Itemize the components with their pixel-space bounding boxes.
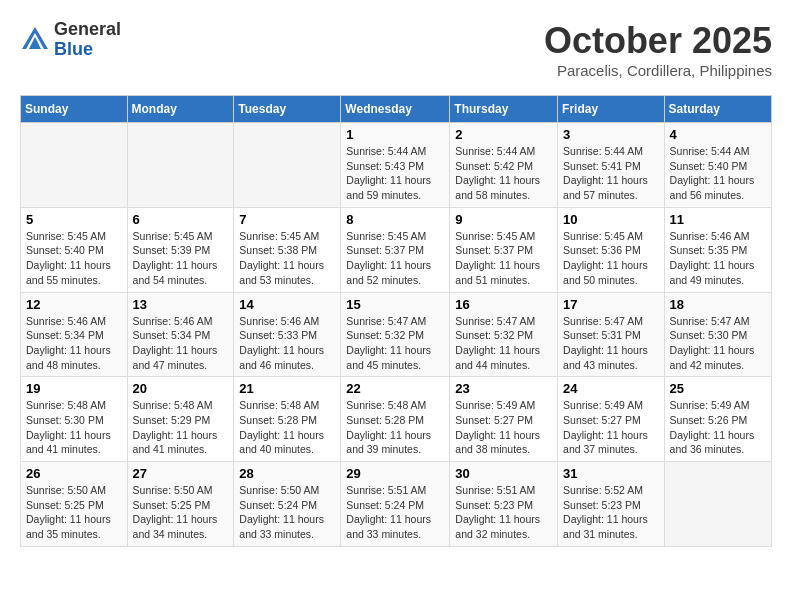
day-number: 7 [239,212,335,227]
calendar-cell: 24Sunrise: 5:49 AM Sunset: 5:27 PM Dayli… [558,377,665,462]
day-info: Sunrise: 5:46 AM Sunset: 5:34 PM Dayligh… [133,314,229,373]
day-info: Sunrise: 5:49 AM Sunset: 5:27 PM Dayligh… [563,398,659,457]
day-info: Sunrise: 5:48 AM Sunset: 5:28 PM Dayligh… [346,398,444,457]
day-number: 8 [346,212,444,227]
calendar-cell: 29Sunrise: 5:51 AM Sunset: 5:24 PM Dayli… [341,462,450,547]
week-row-0: 1Sunrise: 5:44 AM Sunset: 5:43 PM Daylig… [21,123,772,208]
day-number: 6 [133,212,229,227]
day-number: 17 [563,297,659,312]
day-info: Sunrise: 5:45 AM Sunset: 5:37 PM Dayligh… [455,229,552,288]
day-info: Sunrise: 5:50 AM Sunset: 5:24 PM Dayligh… [239,483,335,542]
day-info: Sunrise: 5:45 AM Sunset: 5:37 PM Dayligh… [346,229,444,288]
calendar-cell: 15Sunrise: 5:47 AM Sunset: 5:32 PM Dayli… [341,292,450,377]
day-number: 27 [133,466,229,481]
day-info: Sunrise: 5:45 AM Sunset: 5:36 PM Dayligh… [563,229,659,288]
day-number: 26 [26,466,122,481]
day-number: 18 [670,297,766,312]
day-info: Sunrise: 5:44 AM Sunset: 5:43 PM Dayligh… [346,144,444,203]
day-info: Sunrise: 5:46 AM Sunset: 5:34 PM Dayligh… [26,314,122,373]
day-info: Sunrise: 5:47 AM Sunset: 5:31 PM Dayligh… [563,314,659,373]
header-cell-saturday: Saturday [664,96,771,123]
day-info: Sunrise: 5:45 AM Sunset: 5:38 PM Dayligh… [239,229,335,288]
day-info: Sunrise: 5:45 AM Sunset: 5:40 PM Dayligh… [26,229,122,288]
calendar-cell: 31Sunrise: 5:52 AM Sunset: 5:23 PM Dayli… [558,462,665,547]
month-title: October 2025 [544,20,772,62]
calendar-cell: 8Sunrise: 5:45 AM Sunset: 5:37 PM Daylig… [341,207,450,292]
day-info: Sunrise: 5:46 AM Sunset: 5:35 PM Dayligh… [670,229,766,288]
calendar-cell: 17Sunrise: 5:47 AM Sunset: 5:31 PM Dayli… [558,292,665,377]
day-info: Sunrise: 5:49 AM Sunset: 5:26 PM Dayligh… [670,398,766,457]
day-info: Sunrise: 5:47 AM Sunset: 5:32 PM Dayligh… [455,314,552,373]
day-info: Sunrise: 5:50 AM Sunset: 5:25 PM Dayligh… [26,483,122,542]
day-info: Sunrise: 5:51 AM Sunset: 5:23 PM Dayligh… [455,483,552,542]
day-number: 13 [133,297,229,312]
calendar-cell: 18Sunrise: 5:47 AM Sunset: 5:30 PM Dayli… [664,292,771,377]
header-cell-thursday: Thursday [450,96,558,123]
calendar-table: SundayMondayTuesdayWednesdayThursdayFrid… [20,95,772,547]
page-header: General Blue October 2025 Paracelis, Cor… [20,20,772,79]
day-number: 3 [563,127,659,142]
week-row-2: 12Sunrise: 5:46 AM Sunset: 5:34 PM Dayli… [21,292,772,377]
day-number: 31 [563,466,659,481]
day-number: 29 [346,466,444,481]
calendar-cell: 30Sunrise: 5:51 AM Sunset: 5:23 PM Dayli… [450,462,558,547]
calendar-cell: 11Sunrise: 5:46 AM Sunset: 5:35 PM Dayli… [664,207,771,292]
calendar-cell: 4Sunrise: 5:44 AM Sunset: 5:40 PM Daylig… [664,123,771,208]
day-number: 21 [239,381,335,396]
day-number: 20 [133,381,229,396]
logo: General Blue [20,20,121,60]
calendar-cell [127,123,234,208]
calendar-cell [234,123,341,208]
calendar-cell: 12Sunrise: 5:46 AM Sunset: 5:34 PM Dayli… [21,292,128,377]
day-number: 14 [239,297,335,312]
header-cell-friday: Friday [558,96,665,123]
header-cell-sunday: Sunday [21,96,128,123]
calendar-cell: 21Sunrise: 5:48 AM Sunset: 5:28 PM Dayli… [234,377,341,462]
calendar-cell: 5Sunrise: 5:45 AM Sunset: 5:40 PM Daylig… [21,207,128,292]
header-cell-wednesday: Wednesday [341,96,450,123]
day-info: Sunrise: 5:44 AM Sunset: 5:41 PM Dayligh… [563,144,659,203]
calendar-cell: 13Sunrise: 5:46 AM Sunset: 5:34 PM Dayli… [127,292,234,377]
day-number: 9 [455,212,552,227]
header-cell-tuesday: Tuesday [234,96,341,123]
day-number: 12 [26,297,122,312]
calendar-cell: 1Sunrise: 5:44 AM Sunset: 5:43 PM Daylig… [341,123,450,208]
day-info: Sunrise: 5:48 AM Sunset: 5:28 PM Dayligh… [239,398,335,457]
logo-general-text: General [54,20,121,40]
day-number: 25 [670,381,766,396]
day-number: 28 [239,466,335,481]
calendar-cell: 6Sunrise: 5:45 AM Sunset: 5:39 PM Daylig… [127,207,234,292]
day-number: 22 [346,381,444,396]
day-info: Sunrise: 5:49 AM Sunset: 5:27 PM Dayligh… [455,398,552,457]
header-cell-monday: Monday [127,96,234,123]
day-info: Sunrise: 5:44 AM Sunset: 5:40 PM Dayligh… [670,144,766,203]
calendar-cell [21,123,128,208]
title-section: October 2025 Paracelis, Cordillera, Phil… [544,20,772,79]
calendar-cell: 3Sunrise: 5:44 AM Sunset: 5:41 PM Daylig… [558,123,665,208]
day-info: Sunrise: 5:51 AM Sunset: 5:24 PM Dayligh… [346,483,444,542]
calendar-cell: 14Sunrise: 5:46 AM Sunset: 5:33 PM Dayli… [234,292,341,377]
week-row-4: 26Sunrise: 5:50 AM Sunset: 5:25 PM Dayli… [21,462,772,547]
day-number: 5 [26,212,122,227]
day-info: Sunrise: 5:50 AM Sunset: 5:25 PM Dayligh… [133,483,229,542]
day-number: 2 [455,127,552,142]
day-info: Sunrise: 5:48 AM Sunset: 5:30 PM Dayligh… [26,398,122,457]
calendar-cell [664,462,771,547]
day-number: 19 [26,381,122,396]
calendar-cell: 2Sunrise: 5:44 AM Sunset: 5:42 PM Daylig… [450,123,558,208]
calendar-cell: 19Sunrise: 5:48 AM Sunset: 5:30 PM Dayli… [21,377,128,462]
calendar-cell: 22Sunrise: 5:48 AM Sunset: 5:28 PM Dayli… [341,377,450,462]
day-info: Sunrise: 5:52 AM Sunset: 5:23 PM Dayligh… [563,483,659,542]
week-row-1: 5Sunrise: 5:45 AM Sunset: 5:40 PM Daylig… [21,207,772,292]
week-row-3: 19Sunrise: 5:48 AM Sunset: 5:30 PM Dayli… [21,377,772,462]
calendar-cell: 25Sunrise: 5:49 AM Sunset: 5:26 PM Dayli… [664,377,771,462]
header-row: SundayMondayTuesdayWednesdayThursdayFrid… [21,96,772,123]
calendar-cell: 20Sunrise: 5:48 AM Sunset: 5:29 PM Dayli… [127,377,234,462]
calendar-cell: 27Sunrise: 5:50 AM Sunset: 5:25 PM Dayli… [127,462,234,547]
day-number: 24 [563,381,659,396]
day-info: Sunrise: 5:45 AM Sunset: 5:39 PM Dayligh… [133,229,229,288]
day-number: 23 [455,381,552,396]
day-number: 4 [670,127,766,142]
day-info: Sunrise: 5:48 AM Sunset: 5:29 PM Dayligh… [133,398,229,457]
day-number: 30 [455,466,552,481]
